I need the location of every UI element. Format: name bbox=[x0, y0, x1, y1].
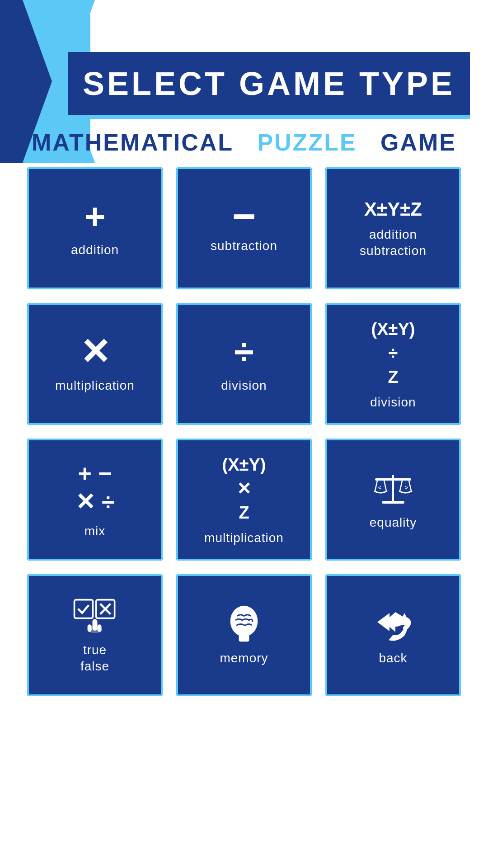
times-icon: ✕ bbox=[80, 334, 110, 370]
game-type-grid: + addition − subtraction X±Y±Z additions… bbox=[27, 167, 461, 696]
minus-icon: − bbox=[232, 202, 256, 231]
card-true-false[interactable]: truefalse bbox=[27, 574, 163, 696]
back-icon bbox=[371, 604, 416, 645]
svg-line-9 bbox=[375, 481, 377, 491]
card-subtraction-label: subtraction bbox=[211, 238, 277, 254]
card-division-label: division bbox=[221, 377, 267, 394]
card-mix[interactable]: + −✕ ÷ mix bbox=[27, 439, 163, 561]
card-xy-multiplication[interactable]: (X±Y)✕Z multiplication bbox=[176, 439, 312, 561]
card-memory-label: memory bbox=[220, 650, 268, 666]
plus-icon: + bbox=[84, 198, 106, 235]
card-mix-label: mix bbox=[84, 523, 106, 539]
mix-icon: + −✕ ÷ bbox=[75, 459, 115, 516]
subtitle-game: GAME bbox=[380, 129, 456, 156]
subtitle: MATHEMATICAL PUZZLE GAME bbox=[0, 129, 488, 156]
svg-rect-20 bbox=[93, 619, 98, 630]
card-addition[interactable]: + addition bbox=[27, 167, 163, 289]
card-xy-div-label: division bbox=[370, 394, 416, 410]
card-multiplication-label: multiplication bbox=[55, 377, 135, 394]
equality-icon: < > bbox=[371, 468, 416, 509]
svg-rect-15 bbox=[75, 599, 93, 618]
subtitle-math: MATHEMATICAL bbox=[32, 129, 234, 156]
svg-rect-7 bbox=[382, 501, 404, 504]
xy-div-icon: (X±Y)÷Z bbox=[371, 317, 415, 390]
svg-rect-22 bbox=[97, 624, 101, 632]
card-subtraction[interactable]: − subtraction bbox=[176, 167, 312, 289]
card-equality-label: equality bbox=[370, 514, 417, 531]
true-false-icon bbox=[72, 596, 117, 637]
card-xy-mul-label: multiplication bbox=[204, 530, 284, 546]
card-add-sub-label: additionsubtraction bbox=[360, 226, 427, 259]
memory-icon bbox=[221, 604, 267, 645]
header-title: SELECT GAME TYPE bbox=[83, 65, 455, 102]
svg-rect-8 bbox=[375, 478, 411, 481]
add-sub-icon: X±Y±Z bbox=[364, 197, 422, 222]
card-equality[interactable]: < > equality bbox=[325, 439, 461, 561]
header-accent-line bbox=[68, 115, 470, 119]
svg-rect-26 bbox=[389, 619, 405, 625]
subtitle-puzzle: PUZZLE bbox=[257, 129, 357, 156]
svg-marker-25 bbox=[377, 613, 389, 631]
card-division[interactable]: ÷ division bbox=[176, 303, 312, 425]
svg-rect-24 bbox=[239, 634, 249, 642]
svg-rect-21 bbox=[88, 624, 92, 632]
svg-line-10 bbox=[384, 481, 386, 491]
card-xy-division[interactable]: (X±Y)÷Z division bbox=[325, 303, 461, 425]
card-true-false-label: truefalse bbox=[80, 642, 109, 675]
card-multiplication[interactable]: ✕ multiplication bbox=[27, 303, 163, 425]
card-addition-subtraction[interactable]: X±Y±Z additionsubtraction bbox=[325, 167, 461, 289]
card-addition-label: addition bbox=[71, 242, 119, 258]
divide-icon: ÷ bbox=[234, 334, 254, 370]
xy-mul-icon: (X±Y)✕Z bbox=[222, 453, 266, 525]
svg-point-23 bbox=[230, 606, 258, 637]
card-back-label: back bbox=[379, 650, 407, 666]
svg-text:>: > bbox=[405, 485, 408, 491]
svg-line-12 bbox=[409, 481, 411, 491]
svg-text:<: < bbox=[378, 485, 381, 491]
card-back[interactable]: back bbox=[325, 574, 461, 696]
svg-line-11 bbox=[400, 481, 402, 491]
card-memory[interactable]: memory bbox=[176, 574, 312, 696]
header-banner: SELECT GAME TYPE bbox=[68, 52, 470, 115]
